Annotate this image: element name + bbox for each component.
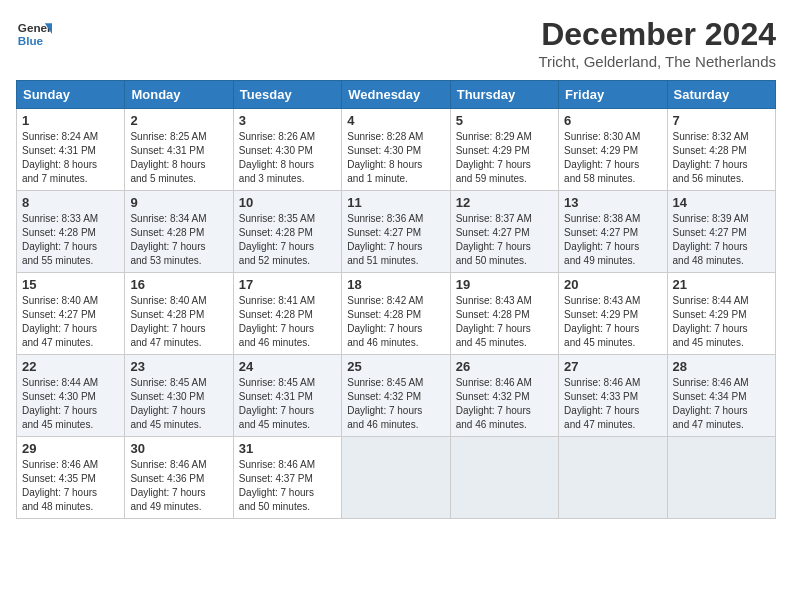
day-number: 19 <box>456 277 553 292</box>
day-number: 12 <box>456 195 553 210</box>
calendar-cell: 29Sunrise: 8:46 AM Sunset: 4:35 PM Dayli… <box>17 437 125 519</box>
calendar-week-row: 15Sunrise: 8:40 AM Sunset: 4:27 PM Dayli… <box>17 273 776 355</box>
day-info: Sunrise: 8:46 AM Sunset: 4:35 PM Dayligh… <box>22 458 119 514</box>
day-info: Sunrise: 8:46 AM Sunset: 4:33 PM Dayligh… <box>564 376 661 432</box>
day-number: 17 <box>239 277 336 292</box>
day-info: Sunrise: 8:28 AM Sunset: 4:30 PM Dayligh… <box>347 130 444 186</box>
day-number: 22 <box>22 359 119 374</box>
day-number: 7 <box>673 113 770 128</box>
day-info: Sunrise: 8:35 AM Sunset: 4:28 PM Dayligh… <box>239 212 336 268</box>
weekday-header: Sunday <box>17 81 125 109</box>
day-info: Sunrise: 8:37 AM Sunset: 4:27 PM Dayligh… <box>456 212 553 268</box>
calendar-cell: 14Sunrise: 8:39 AM Sunset: 4:27 PM Dayli… <box>667 191 775 273</box>
day-number: 6 <box>564 113 661 128</box>
day-number: 4 <box>347 113 444 128</box>
calendar-cell: 30Sunrise: 8:46 AM Sunset: 4:36 PM Dayli… <box>125 437 233 519</box>
calendar-week-row: 29Sunrise: 8:46 AM Sunset: 4:35 PM Dayli… <box>17 437 776 519</box>
day-number: 15 <box>22 277 119 292</box>
weekday-header: Monday <box>125 81 233 109</box>
calendar-cell: 17Sunrise: 8:41 AM Sunset: 4:28 PM Dayli… <box>233 273 341 355</box>
day-info: Sunrise: 8:40 AM Sunset: 4:27 PM Dayligh… <box>22 294 119 350</box>
day-info: Sunrise: 8:39 AM Sunset: 4:27 PM Dayligh… <box>673 212 770 268</box>
day-number: 3 <box>239 113 336 128</box>
main-title: December 2024 <box>538 16 776 53</box>
calendar-cell: 22Sunrise: 8:44 AM Sunset: 4:30 PM Dayli… <box>17 355 125 437</box>
day-info: Sunrise: 8:42 AM Sunset: 4:28 PM Dayligh… <box>347 294 444 350</box>
calendar-cell: 10Sunrise: 8:35 AM Sunset: 4:28 PM Dayli… <box>233 191 341 273</box>
day-info: Sunrise: 8:24 AM Sunset: 4:31 PM Dayligh… <box>22 130 119 186</box>
day-info: Sunrise: 8:44 AM Sunset: 4:29 PM Dayligh… <box>673 294 770 350</box>
day-number: 21 <box>673 277 770 292</box>
day-number: 27 <box>564 359 661 374</box>
day-number: 31 <box>239 441 336 456</box>
calendar-week-row: 22Sunrise: 8:44 AM Sunset: 4:30 PM Dayli… <box>17 355 776 437</box>
weekday-row: SundayMondayTuesdayWednesdayThursdayFrid… <box>17 81 776 109</box>
subtitle: Tricht, Gelderland, The Netherlands <box>538 53 776 70</box>
calendar-cell: 4Sunrise: 8:28 AM Sunset: 4:30 PM Daylig… <box>342 109 450 191</box>
day-number: 5 <box>456 113 553 128</box>
calendar-cell: 27Sunrise: 8:46 AM Sunset: 4:33 PM Dayli… <box>559 355 667 437</box>
calendar-cell: 25Sunrise: 8:45 AM Sunset: 4:32 PM Dayli… <box>342 355 450 437</box>
calendar-cell: 3Sunrise: 8:26 AM Sunset: 4:30 PM Daylig… <box>233 109 341 191</box>
calendar-cell: 31Sunrise: 8:46 AM Sunset: 4:37 PM Dayli… <box>233 437 341 519</box>
title-block: December 2024 Tricht, Gelderland, The Ne… <box>538 16 776 70</box>
day-info: Sunrise: 8:43 AM Sunset: 4:29 PM Dayligh… <box>564 294 661 350</box>
day-info: Sunrise: 8:26 AM Sunset: 4:30 PM Dayligh… <box>239 130 336 186</box>
calendar-cell: 18Sunrise: 8:42 AM Sunset: 4:28 PM Dayli… <box>342 273 450 355</box>
day-info: Sunrise: 8:46 AM Sunset: 4:32 PM Dayligh… <box>456 376 553 432</box>
day-info: Sunrise: 8:46 AM Sunset: 4:37 PM Dayligh… <box>239 458 336 514</box>
day-info: Sunrise: 8:38 AM Sunset: 4:27 PM Dayligh… <box>564 212 661 268</box>
day-info: Sunrise: 8:30 AM Sunset: 4:29 PM Dayligh… <box>564 130 661 186</box>
calendar-cell: 19Sunrise: 8:43 AM Sunset: 4:28 PM Dayli… <box>450 273 558 355</box>
day-info: Sunrise: 8:45 AM Sunset: 4:30 PM Dayligh… <box>130 376 227 432</box>
weekday-header: Tuesday <box>233 81 341 109</box>
day-info: Sunrise: 8:44 AM Sunset: 4:30 PM Dayligh… <box>22 376 119 432</box>
calendar-cell: 5Sunrise: 8:29 AM Sunset: 4:29 PM Daylig… <box>450 109 558 191</box>
day-info: Sunrise: 8:34 AM Sunset: 4:28 PM Dayligh… <box>130 212 227 268</box>
calendar-cell: 7Sunrise: 8:32 AM Sunset: 4:28 PM Daylig… <box>667 109 775 191</box>
calendar-cell: 12Sunrise: 8:37 AM Sunset: 4:27 PM Dayli… <box>450 191 558 273</box>
calendar-cell <box>450 437 558 519</box>
day-info: Sunrise: 8:29 AM Sunset: 4:29 PM Dayligh… <box>456 130 553 186</box>
day-number: 23 <box>130 359 227 374</box>
calendar-week-row: 8Sunrise: 8:33 AM Sunset: 4:28 PM Daylig… <box>17 191 776 273</box>
day-number: 20 <box>564 277 661 292</box>
day-number: 25 <box>347 359 444 374</box>
calendar-cell: 23Sunrise: 8:45 AM Sunset: 4:30 PM Dayli… <box>125 355 233 437</box>
svg-text:Blue: Blue <box>18 34 44 47</box>
calendar-cell: 21Sunrise: 8:44 AM Sunset: 4:29 PM Dayli… <box>667 273 775 355</box>
day-number: 26 <box>456 359 553 374</box>
day-info: Sunrise: 8:46 AM Sunset: 4:34 PM Dayligh… <box>673 376 770 432</box>
calendar-cell: 16Sunrise: 8:40 AM Sunset: 4:28 PM Dayli… <box>125 273 233 355</box>
day-number: 28 <box>673 359 770 374</box>
day-number: 18 <box>347 277 444 292</box>
logo-icon: General Blue <box>16 16 52 52</box>
day-info: Sunrise: 8:45 AM Sunset: 4:32 PM Dayligh… <box>347 376 444 432</box>
calendar-cell <box>342 437 450 519</box>
calendar-cell: 11Sunrise: 8:36 AM Sunset: 4:27 PM Dayli… <box>342 191 450 273</box>
calendar-cell: 2Sunrise: 8:25 AM Sunset: 4:31 PM Daylig… <box>125 109 233 191</box>
day-info: Sunrise: 8:46 AM Sunset: 4:36 PM Dayligh… <box>130 458 227 514</box>
calendar-cell: 1Sunrise: 8:24 AM Sunset: 4:31 PM Daylig… <box>17 109 125 191</box>
calendar-header: SundayMondayTuesdayWednesdayThursdayFrid… <box>17 81 776 109</box>
day-number: 9 <box>130 195 227 210</box>
day-info: Sunrise: 8:41 AM Sunset: 4:28 PM Dayligh… <box>239 294 336 350</box>
day-number: 29 <box>22 441 119 456</box>
day-info: Sunrise: 8:36 AM Sunset: 4:27 PM Dayligh… <box>347 212 444 268</box>
calendar-week-row: 1Sunrise: 8:24 AM Sunset: 4:31 PM Daylig… <box>17 109 776 191</box>
weekday-header: Saturday <box>667 81 775 109</box>
day-number: 8 <box>22 195 119 210</box>
calendar-cell: 13Sunrise: 8:38 AM Sunset: 4:27 PM Dayli… <box>559 191 667 273</box>
calendar-cell: 28Sunrise: 8:46 AM Sunset: 4:34 PM Dayli… <box>667 355 775 437</box>
day-number: 14 <box>673 195 770 210</box>
calendar-cell: 24Sunrise: 8:45 AM Sunset: 4:31 PM Dayli… <box>233 355 341 437</box>
day-info: Sunrise: 8:25 AM Sunset: 4:31 PM Dayligh… <box>130 130 227 186</box>
day-number: 11 <box>347 195 444 210</box>
page-header: General Blue December 2024 Tricht, Gelde… <box>16 16 776 70</box>
calendar-cell: 6Sunrise: 8:30 AM Sunset: 4:29 PM Daylig… <box>559 109 667 191</box>
calendar-cell: 9Sunrise: 8:34 AM Sunset: 4:28 PM Daylig… <box>125 191 233 273</box>
calendar-cell <box>559 437 667 519</box>
day-info: Sunrise: 8:43 AM Sunset: 4:28 PM Dayligh… <box>456 294 553 350</box>
day-number: 1 <box>22 113 119 128</box>
calendar-cell: 15Sunrise: 8:40 AM Sunset: 4:27 PM Dayli… <box>17 273 125 355</box>
